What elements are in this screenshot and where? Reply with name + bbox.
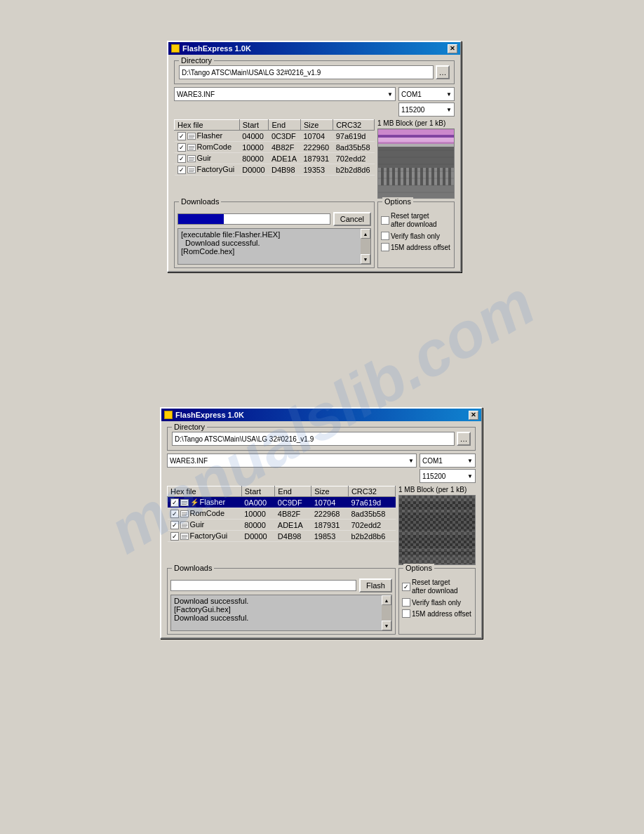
- flash-button-2[interactable]: Flash: [359, 578, 392, 593]
- directory-input-2[interactable]: D:\Tango ATSC\Main\USA\LG 32#0216_v1.9: [172, 432, 455, 446]
- file-end: 4B82F: [275, 508, 311, 519]
- titlebar-1: FlashExpress 1.0K ✕: [168, 42, 460, 55]
- option-reset-checkbox-1[interactable]: [381, 216, 389, 225]
- file-crc: 97a619d: [333, 131, 375, 142]
- com-select-1[interactable]: COM1 ▼: [398, 87, 455, 101]
- title-icon-2: [164, 411, 173, 419]
- log-line-3: [RomCode.hex]: [181, 247, 356, 256]
- file-checkbox[interactable]: [177, 154, 186, 163]
- log-scrollbar-1[interactable]: ▲ ▼: [361, 229, 370, 264]
- com-select-2[interactable]: COM1 ▼: [420, 454, 476, 468]
- titlebar-2: FlashExpress 1.0K ✕: [161, 409, 481, 421]
- file-icon: [187, 166, 196, 173]
- scroll-up-1[interactable]: ▲: [361, 229, 370, 239]
- file-icon: [187, 155, 196, 162]
- close-button-1[interactable]: ✕: [448, 44, 457, 53]
- file-crc: 8ad35b58: [348, 508, 395, 519]
- option-15m-checkbox-1[interactable]: [381, 243, 389, 251]
- file-name: RomCode: [190, 509, 225, 517]
- active-download-icon: ⚡: [190, 498, 199, 506]
- downloads-label-1: Downloads: [179, 197, 221, 206]
- col-start-2: Start: [241, 486, 275, 497]
- file-checkbox[interactable]: [170, 532, 179, 541]
- table-row: Flasher: [175, 131, 240, 142]
- option-reset-checkbox-2[interactable]: [402, 583, 410, 591]
- table-row: RomCode: [175, 142, 240, 153]
- browse-button-1[interactable]: …: [436, 65, 450, 79]
- file-checkbox[interactable]: [170, 521, 179, 529]
- option-verify-2: Verify flash only: [402, 598, 472, 607]
- file-name: Guir: [190, 520, 205, 529]
- file-end: 0C3DF: [269, 131, 301, 142]
- file-start: 80000: [239, 153, 269, 164]
- col-start-1: Start: [239, 120, 269, 131]
- ware-input-1[interactable]: WARE3.INF ▼: [174, 87, 396, 101]
- table-row: FactoryGui: [175, 164, 240, 176]
- table-row: FactoryGui: [168, 531, 242, 542]
- log-line-2-1: Download successful.: [174, 597, 377, 605]
- file-end: 0C9DF: [275, 497, 311, 508]
- scroll-down-1[interactable]: ▼: [361, 254, 370, 264]
- log-line-1: [executable file:Flasher.HEX]: [181, 230, 356, 239]
- option-15m-1: 15M address offset: [381, 243, 451, 251]
- scroll-track-2: [382, 605, 391, 621]
- cancel-button-1[interactable]: Cancel: [333, 212, 371, 226]
- mb-block-label-2: 1 MB Block (per 1 kB): [398, 486, 476, 494]
- file-checkbox[interactable]: [177, 132, 186, 140]
- table-row: Guir: [168, 519, 242, 531]
- file-checkbox[interactable]: [170, 510, 179, 518]
- file-name: Flasher: [197, 131, 223, 140]
- file-size: 187931: [300, 153, 333, 164]
- option-verify-1: Verify flash only: [381, 232, 451, 240]
- file-checkbox[interactable]: [177, 166, 186, 174]
- file-name: Flasher: [200, 498, 226, 506]
- file-start: 80000: [241, 519, 275, 531]
- directory-group-2: Directory D:\Tango ATSC\Main\USA\LG 32#0…: [167, 427, 476, 451]
- progress-bar-1: [177, 213, 330, 225]
- option-verify-checkbox-1[interactable]: [381, 232, 389, 240]
- file-icon: [187, 144, 196, 151]
- options-label-1: Options: [382, 197, 413, 206]
- file-name: FactoryGui: [197, 165, 235, 173]
- file-table-1: Hex file Start End Size CRC32 Flasher040…: [174, 119, 375, 176]
- file-crc: 97a619d: [348, 497, 395, 508]
- ware-input-2[interactable]: WARE3.INF ▼: [167, 454, 417, 468]
- close-button-2[interactable]: ✕: [469, 411, 478, 420]
- file-table-2: Hex file Start End Size CRC32 ⚡Flasher0A…: [167, 486, 396, 542]
- file-checkbox[interactable]: [177, 143, 186, 152]
- file-checkbox[interactable]: [170, 498, 179, 507]
- file-start: 10000: [241, 508, 275, 519]
- scroll-down-2[interactable]: ▼: [382, 621, 391, 630]
- log-scrollbar-2[interactable]: ▲ ▼: [382, 595, 391, 630]
- file-crc: b2b2d8d6: [333, 164, 375, 176]
- progress-row-2: Flash: [170, 578, 392, 593]
- col-end-2: End: [275, 486, 311, 497]
- file-end: 4B82F: [269, 142, 301, 153]
- file-start: 0A000: [241, 497, 275, 508]
- downloads-label-2: Downloads: [172, 564, 214, 572]
- scroll-up-2[interactable]: ▲: [382, 595, 391, 605]
- option-verify-checkbox-2[interactable]: [402, 598, 410, 607]
- file-name: RomCode: [197, 143, 232, 151]
- option-15m-checkbox-2[interactable]: [402, 609, 410, 618]
- mb-visual-2: [398, 495, 476, 565]
- table-row: ⚡Flasher: [168, 497, 242, 508]
- options-label-2: Options: [403, 564, 434, 572]
- log-area-2: Download successful. [FactoryGui.hex] Do…: [170, 595, 392, 631]
- file-name: FactoryGui: [190, 531, 228, 540]
- directory-label-2: Directory: [172, 423, 207, 431]
- file-size: 19353: [300, 164, 333, 176]
- col-hexfile-1: Hex file: [175, 120, 240, 131]
- file-size: 187931: [311, 519, 349, 531]
- baud-select-1[interactable]: 115200 ▼: [398, 102, 455, 117]
- file-crc: 702edd2: [333, 153, 375, 164]
- progress-fill-1: [178, 214, 224, 224]
- option-15m-2: 15M address offset: [402, 609, 472, 618]
- directory-input-1[interactable]: D:\Tango ATSC\Main\USA\LG 32#0216_v1.9: [179, 65, 434, 79]
- log-line-2: Download successful.: [181, 239, 356, 247]
- browse-button-2[interactable]: …: [457, 432, 471, 446]
- file-start: 04000: [239, 131, 269, 142]
- baud-select-2[interactable]: 115200 ▼: [420, 469, 476, 483]
- progress-bar-2: [170, 580, 356, 591]
- file-icon: [180, 533, 189, 540]
